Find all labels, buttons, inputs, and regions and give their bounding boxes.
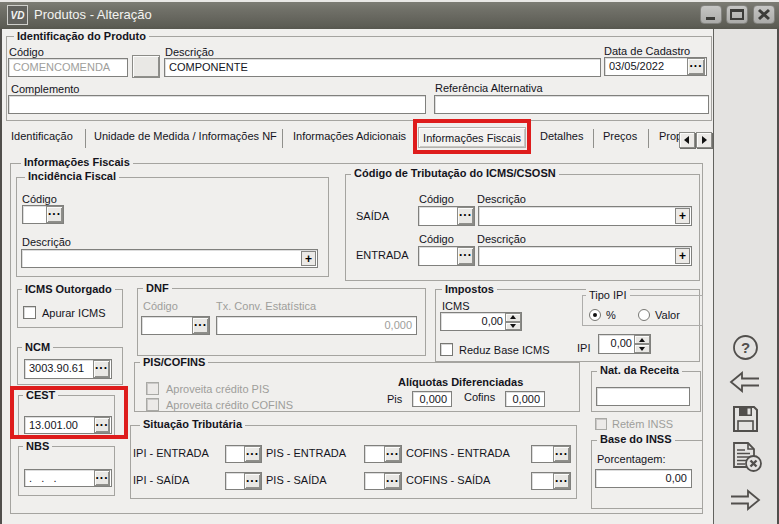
- apurar-icms-checkbox[interactable]: [23, 306, 36, 319]
- cofins-label: Cofins: [464, 391, 495, 403]
- tab-scroll-left-button[interactable]: [679, 132, 695, 148]
- incidencia-descricao-input[interactable]: [21, 249, 318, 268]
- tributacao-entrada-codigo-label: Código: [419, 233, 454, 245]
- group-ncm-title: NCM: [22, 341, 53, 353]
- impostos-icms-spinedit[interactable]: 0,00: [440, 312, 522, 331]
- nat-receita-input[interactable]: [596, 387, 690, 406]
- dnf-codigo-ellipsis-button[interactable]: ...: [192, 317, 209, 334]
- descricao-label: Descrição: [165, 46, 214, 58]
- impostos-ipi-spinedit[interactable]: 0,00: [598, 334, 651, 354]
- porcentagem-input[interactable]: 0,00: [595, 469, 692, 488]
- cofins-entrada-ellipsis-button[interactable]: ...: [553, 446, 570, 462]
- tipo-ipi-valor-radio[interactable]: [638, 309, 650, 321]
- porcentagem-label: Porcentagem:: [597, 453, 665, 465]
- descricao-input[interactable]: COMPONENTE: [164, 58, 601, 77]
- retem-inss-checkbox[interactable]: [595, 418, 607, 430]
- group-pis-cofins-title: PIS/COFINS: [140, 356, 208, 368]
- pis-entrada-ellipsis-button[interactable]: ...: [384, 446, 401, 462]
- cofins-saida-ellipsis-button[interactable]: ...: [553, 473, 570, 489]
- referencia-alternativa-input[interactable]: [434, 95, 709, 114]
- data-cadastro-ellipsis-button[interactable]: ...: [687, 58, 705, 75]
- ipi-saida-ellipsis-button[interactable]: ...: [244, 473, 261, 489]
- tab-identificacao[interactable]: Identificação: [11, 130, 73, 142]
- tributacao-entrada-descricao-input[interactable]: [478, 246, 692, 266]
- nbs-ellipsis-button[interactable]: ...: [94, 470, 110, 486]
- complemento-label: Complemento: [11, 83, 79, 95]
- minimize-button[interactable]: [700, 5, 722, 24]
- aproveita-credito-cofins-checkbox[interactable]: [146, 398, 159, 411]
- tributacao-saida-codigo-ellipsis-button[interactable]: ...: [457, 207, 474, 225]
- icms-spin-buttons: [505, 313, 521, 330]
- tipo-ipi-valor-label: Valor: [655, 309, 680, 321]
- save-button[interactable]: [732, 405, 759, 435]
- aproveita-credito-cofins-label: Aproveita crédito COFINS: [166, 399, 293, 411]
- ipi-saida-label: IPI - SAÍDA: [133, 474, 189, 486]
- pis-saida-ellipsis-button[interactable]: ...: [384, 473, 401, 489]
- incidencia-codigo-ellipsis-button[interactable]: ...: [46, 206, 63, 223]
- tab-unidade-medida[interactable]: Unidade de Medida / Informações NF: [94, 130, 277, 142]
- tributacao-saida-label: SAÍDA: [356, 210, 389, 222]
- codigo-lookup-button[interactable]: [132, 55, 160, 78]
- codigo-input[interactable]: COMENCOMENDA: [8, 58, 128, 77]
- pis-aliquota-input[interactable]: 0,000: [412, 391, 452, 407]
- reduz-base-icms-checkbox[interactable]: [440, 343, 453, 356]
- annotation-tab-informacoes-fiscais: [413, 119, 531, 154]
- group-incidencia-fiscal-title: Incidência Fiscal: [25, 170, 119, 182]
- dnf-tx-input[interactable]: 0,000: [216, 316, 417, 335]
- tributacao-entrada-label: ENTRADA: [356, 249, 409, 261]
- tributacao-entrada-descricao-label: Descrição: [477, 233, 526, 245]
- pis-entrada-label: PIS - ENTRADA: [266, 447, 346, 459]
- group-tributacao-icms-title: Código de Tributação do ICMS/CSOSN: [351, 167, 559, 179]
- maximize-button[interactable]: [726, 5, 748, 24]
- cofins-saida-label: COFINS - SAÍDA: [406, 474, 490, 486]
- retem-inss-label: Retém INSS: [612, 418, 673, 430]
- icms-spin-up-icon[interactable]: [505, 313, 521, 322]
- back-button[interactable]: [729, 370, 761, 396]
- tributacao-entrada-codigo-ellipsis-button[interactable]: ...: [457, 247, 474, 265]
- ipi-spin-down-icon[interactable]: [634, 344, 650, 353]
- incidencia-descricao-add-button[interactable]: +: [301, 251, 316, 266]
- reduz-base-icms-label: Reduz Base ICMS: [459, 344, 549, 356]
- tributacao-saida-descricao-add-button[interactable]: +: [675, 208, 690, 224]
- tab-scroll-right-button[interactable]: [696, 132, 712, 148]
- maximize-icon: [727, 6, 747, 23]
- tab-informacoes-adicionais[interactable]: Informações Adicionais: [293, 130, 406, 142]
- impostos-icms-label: ICMS: [442, 300, 470, 312]
- referencia-alternativa-label: Referência Alternativa: [435, 82, 543, 94]
- cancel-button[interactable]: [731, 441, 763, 475]
- tab-separator: [593, 129, 594, 148]
- title-bar[interactable]: VD Produtos - Alteração: [0, 0, 779, 29]
- group-impostos-title: Impostos: [442, 283, 497, 295]
- document-delete-icon: [731, 441, 763, 473]
- tributacao-saida-codigo-label: Código: [419, 193, 454, 205]
- cofins-aliquota-input[interactable]: 0,000: [505, 391, 545, 407]
- aproveita-credito-pis-checkbox[interactable]: [146, 382, 159, 395]
- ipi-spin-up-icon[interactable]: [634, 335, 650, 344]
- group-identificacao-title: Identificação do Produto: [14, 30, 149, 42]
- tributacao-entrada-descricao-add-button[interactable]: +: [675, 248, 690, 264]
- icms-spin-down-icon[interactable]: [505, 322, 521, 331]
- tab-separator: [282, 129, 283, 148]
- group-situacao-tributaria: [130, 425, 577, 499]
- ipi-entrada-ellipsis-button[interactable]: ...: [244, 446, 261, 462]
- ncm-ellipsis-button[interactable]: ...: [93, 360, 110, 378]
- tributacao-saida-descricao-input[interactable]: [478, 206, 692, 226]
- cofins-entrada-label: COFINS - ENTRADA: [406, 447, 510, 459]
- forward-button[interactable]: [729, 488, 761, 514]
- pis-label: Pis: [387, 393, 402, 405]
- impostos-ipi-label: IPI: [577, 342, 590, 354]
- tipo-ipi-percent-radio[interactable]: [589, 309, 601, 321]
- tab-precos[interactable]: Preços: [603, 130, 637, 142]
- group-nat-receita-title: Nat. da Receita: [597, 364, 682, 376]
- group-dnf-title: DNF: [143, 282, 172, 294]
- tab-separator: [648, 129, 649, 148]
- tab-detalhes[interactable]: Detalhes: [540, 130, 583, 142]
- close-button[interactable]: [753, 5, 775, 24]
- annotation-cest: [10, 386, 128, 439]
- codigo-label: Código: [9, 46, 44, 58]
- complemento-input[interactable]: [8, 95, 426, 114]
- help-button[interactable]: ?: [732, 334, 759, 363]
- aproveita-credito-pis-label: Aproveita crédito PIS: [166, 383, 269, 395]
- tab-prop[interactable]: Prop: [659, 130, 679, 142]
- arrow-right-icon: [729, 488, 761, 512]
